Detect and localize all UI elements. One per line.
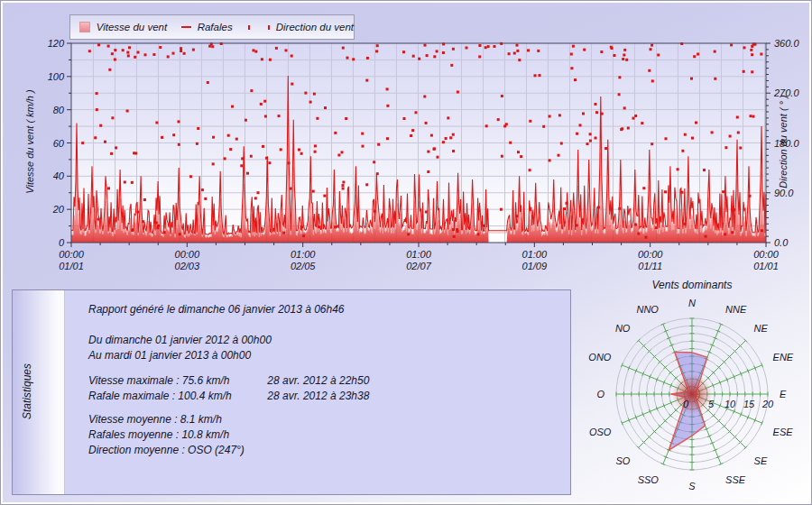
rose-scale-label: 15 bbox=[743, 399, 755, 409]
direction-dot-icon bbox=[248, 25, 250, 30]
rose-scale-label: 0 bbox=[683, 399, 689, 409]
x-tick-time: 01:00 bbox=[406, 249, 431, 260]
max-gust-line: Rafale maximale : 100.4 km/h 28 avr. 201… bbox=[88, 390, 369, 402]
left-axis-title: Vitesse du vent ( km/h ) bbox=[24, 42, 35, 242]
rose-scale-label: 20 bbox=[761, 399, 774, 409]
x-tick-date: 02/03 bbox=[175, 261, 200, 271]
max-gust-date: 28 avr. 2012 à 23h38 bbox=[267, 390, 369, 402]
svg-text:120: 120 bbox=[48, 38, 65, 49]
wind-speed-swatch bbox=[79, 22, 90, 32]
x-tick-time: 00:00 bbox=[175, 249, 200, 260]
avg-speed-line: Vitesse moyenne : 8.1 km/h bbox=[88, 413, 222, 426]
svg-text:90.0: 90.0 bbox=[774, 188, 794, 198]
legend-label-vitesse: Vitesse du vent bbox=[97, 22, 167, 32]
rose-direction-label: ONO bbox=[588, 352, 612, 363]
rose-direction-label: NE bbox=[754, 323, 769, 334]
legend-label-direction: Direction du vent bbox=[276, 22, 354, 32]
rose-direction-label: SSO bbox=[638, 474, 660, 485]
legend-label-rafales: Rafales bbox=[198, 22, 233, 32]
avg-direction-line: Direction moyenne : OSO (247°) bbox=[88, 444, 245, 456]
rose-center-glow bbox=[672, 374, 712, 414]
svg-text:80: 80 bbox=[53, 105, 65, 115]
direction-dot-icon bbox=[268, 25, 270, 30]
rose-direction-label: SSE bbox=[725, 474, 746, 485]
statistics-sidebar-label: Statistiques bbox=[21, 306, 33, 477]
rose-direction-label: SE bbox=[754, 455, 768, 466]
max-speed-date: 28 avr. 2012 à 22h50 bbox=[267, 374, 369, 387]
x-tick-time: 00:00 bbox=[753, 249, 779, 260]
svg-text:0: 0 bbox=[59, 237, 65, 248]
x-tick-time: 01:00 bbox=[522, 249, 548, 260]
max-speed-line: Vitesse maximale : 75.6 km/h 28 avr. 201… bbox=[88, 374, 369, 387]
x-tick-time: 00:00 bbox=[638, 249, 663, 260]
statistics-panel: Statistiques Rapport généré le dimanche … bbox=[12, 289, 571, 495]
chart-legend: Vitesse du vent Rafales Direction du ven… bbox=[69, 14, 355, 40]
avg-gust-line: Rafales moyenne : 10.8 km/h bbox=[88, 428, 229, 441]
wind-report-page: Vitesse du vent Rafales Direction du ven… bbox=[0, 0, 812, 505]
rose-direction-label: NO bbox=[615, 323, 631, 334]
rose-direction-label: NNO bbox=[636, 304, 659, 315]
rose-direction-label: SO bbox=[615, 455, 630, 466]
wind-rose-title: Vents dominants bbox=[596, 279, 788, 291]
rose-scale-label: 5 bbox=[708, 399, 715, 409]
x-tick-date: 01/11 bbox=[638, 261, 662, 271]
gusts-line-sample bbox=[181, 26, 191, 28]
rose-direction-label: NNE bbox=[725, 304, 747, 315]
svg-text:180.0: 180.0 bbox=[774, 138, 799, 149]
report-generated-line: Rapport généré le dimanche 06 janvier 20… bbox=[88, 303, 345, 316]
svg-text:0.0: 0.0 bbox=[774, 237, 789, 248]
rose-direction-label: N bbox=[688, 298, 696, 308]
rose-direction-label: E bbox=[780, 389, 787, 399]
x-tick-time: 00:00 bbox=[59, 249, 84, 260]
svg-text:100: 100 bbox=[48, 71, 65, 82]
svg-text:270.0: 270.0 bbox=[773, 87, 799, 98]
svg-text:60: 60 bbox=[53, 138, 65, 149]
max-speed-value: Vitesse maximale : 75.6 km/h bbox=[88, 374, 264, 387]
max-gust-value: Rafale maximale : 100.4 km/h bbox=[88, 390, 264, 402]
x-tick-date: 02/07 bbox=[406, 261, 431, 271]
rose-direction-label: S bbox=[688, 481, 696, 491]
rose-direction-label: ESE bbox=[773, 427, 794, 437]
statistics-sidebar: Statistiques bbox=[13, 290, 65, 494]
x-tick-date: 01/09 bbox=[522, 261, 548, 271]
x-tick-time: 01:00 bbox=[291, 249, 316, 260]
x-tick-date: 01/01 bbox=[753, 261, 779, 271]
x-tick-date: 01/01 bbox=[59, 261, 84, 271]
wind-rose-plot: NNNENEENEEESESESSESSSOSOOSOOONONONNO0510… bbox=[578, 295, 809, 504]
svg-text:360.0: 360.0 bbox=[774, 38, 799, 49]
wind-time-series-plot: 0204060801001200.090.0180.0270.0360.000:… bbox=[37, 37, 808, 273]
statistics-content: Rapport généré le dimanche 06 janvier 20… bbox=[65, 290, 570, 494]
period-to-line: Au mardi 01 janvier 2013 à 00h00 bbox=[88, 349, 251, 362]
rose-direction-label: O bbox=[596, 389, 604, 399]
svg-text:20: 20 bbox=[52, 204, 65, 215]
rose-direction-label: ENE bbox=[773, 352, 794, 363]
period-from-line: Du dimanche 01 janvier 2012 à 00h00 bbox=[88, 334, 272, 346]
x-tick-date: 02/05 bbox=[291, 261, 316, 271]
rose-scale-label: 10 bbox=[724, 399, 736, 409]
svg-text:40: 40 bbox=[53, 170, 65, 181]
rose-direction-label: OSO bbox=[589, 427, 612, 437]
